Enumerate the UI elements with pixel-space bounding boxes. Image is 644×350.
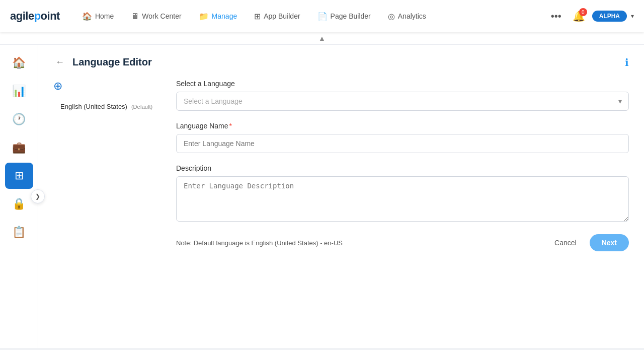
nav-workcenter[interactable]: 🖥 Work Center — [124, 8, 188, 25]
sidebar-briefcase-icon: 💼 — [12, 141, 26, 154]
manage-icon: 📁 — [199, 12, 209, 21]
info-icon[interactable]: ℹ — [625, 56, 629, 68]
nav-analytics-label: Analytics — [398, 12, 426, 20]
sidebar-table-icon: 📋 — [12, 226, 26, 239]
nav-right-area: ••• 🔔 0 ALPHA ▾ — [547, 9, 634, 24]
page-header: ← Language Editor ℹ — [53, 55, 629, 69]
language-list: ⊕ English (United States) (Default) — [53, 80, 164, 251]
user-avatar: ALPHA — [592, 11, 627, 22]
next-button[interactable]: Next — [590, 234, 629, 251]
nav-menu: 🏠 Home 🖥 Work Center 📁 Manage ⊞ App Buil… — [75, 8, 547, 25]
sidebar-item-table[interactable]: 📋 — [5, 219, 33, 245]
collapse-bar: ▲ — [0, 32, 644, 45]
form-actions: Cancel Next — [547, 234, 629, 251]
sidebar-clock-icon: 🕐 — [12, 113, 26, 126]
select-language-wrapper: Select a Language ▾ — [176, 92, 629, 111]
language-name-group: Language Name* — [176, 122, 629, 153]
select-language-group: Select a Language Select a Language ▾ — [176, 80, 629, 111]
cancel-button[interactable]: Cancel — [547, 235, 584, 251]
sidebar-grid-icon: ⊞ — [15, 169, 24, 182]
required-star: * — [229, 122, 232, 130]
select-language-label: Select a Language — [176, 80, 629, 88]
add-language-button[interactable]: ⊕ — [53, 80, 62, 93]
notification-badge: 0 — [579, 8, 587, 16]
sidebar-lock-icon: 🔒 — [12, 197, 26, 211]
top-navigation: agilepoint 🏠 Home 🖥 Work Center 📁 Manage… — [0, 0, 644, 32]
page-container: ← Language Editor ℹ ⊕ English (United St… — [38, 45, 644, 348]
appbuilder-icon: ⊞ — [254, 12, 261, 21]
main-layout: 🏠 📊 🕐 💼 ⊞ 🔒 📋 ❯ ← — [0, 45, 644, 348]
back-button[interactable]: ← — [53, 55, 66, 69]
nav-manage[interactable]: 📁 Manage — [192, 8, 245, 25]
nav-more-button[interactable]: ••• — [547, 9, 566, 24]
description-group: Description — [176, 164, 629, 223]
description-textarea[interactable] — [176, 176, 629, 222]
workcenter-icon: 🖥 — [131, 12, 139, 21]
language-name-label: Language Name* — [176, 122, 629, 130]
language-name: English (United States) — [60, 103, 127, 110]
sidebar-home-icon: 🏠 — [12, 56, 26, 69]
content-area: ← Language Editor ℹ ⊕ English (United St… — [38, 45, 644, 348]
user-menu[interactable]: ALPHA ▾ — [592, 11, 634, 22]
nav-pagebuilder[interactable]: 📄 Page Builder — [310, 8, 378, 25]
nav-appbuilder-label: App Builder — [264, 12, 300, 20]
language-panel: ⊕ English (United States) (Default) Sele… — [53, 80, 629, 251]
nav-analytics[interactable]: ◎ Analytics — [381, 8, 433, 25]
language-default-badge: (Default) — [131, 104, 152, 110]
description-label: Description — [176, 164, 629, 172]
form-note: Note: Default language is English (Unite… — [176, 239, 343, 247]
form-area: Select a Language Select a Language ▾ La… — [176, 80, 629, 251]
brand-name: agilepoint — [10, 10, 60, 23]
analytics-icon: ◎ — [388, 12, 395, 21]
sidebar-item-home[interactable]: 🏠 — [5, 50, 33, 76]
collapse-button[interactable]: ▲ — [318, 34, 326, 42]
expand-chevron-icon: ❯ — [35, 193, 40, 200]
sidebar-item-lock[interactable]: 🔒 — [5, 191, 33, 217]
nav-home[interactable]: 🏠 Home — [75, 8, 121, 25]
logo: agilepoint — [10, 10, 60, 23]
sidebar-item-briefcase[interactable]: 💼 — [5, 134, 33, 161]
sidebar-expand-button[interactable]: ❯ — [31, 189, 45, 203]
language-name-input[interactable] — [176, 134, 629, 153]
nav-manage-label: Manage — [212, 12, 237, 20]
sidebar: 🏠 📊 🕐 💼 ⊞ 🔒 📋 ❯ — [0, 45, 38, 348]
notification-button[interactable]: 🔔 0 — [573, 10, 585, 22]
sidebar-item-grid[interactable]: ⊞ — [5, 163, 33, 189]
sidebar-item-chart[interactable]: 📊 — [5, 78, 33, 104]
page-header-left: ← Language Editor — [53, 55, 152, 69]
user-chevron-icon: ▾ — [631, 13, 634, 20]
home-icon: 🏠 — [82, 12, 92, 21]
form-footer: Note: Default language is English (Unite… — [176, 234, 629, 251]
nav-pagebuilder-label: Page Builder — [331, 12, 371, 20]
sidebar-chart-icon: 📊 — [12, 85, 26, 98]
nav-workcenter-label: Work Center — [142, 12, 181, 20]
nav-appbuilder[interactable]: ⊞ App Builder — [247, 8, 307, 25]
page-title: Language Editor — [72, 56, 152, 68]
pagebuilder-icon: 📄 — [317, 12, 328, 21]
select-language-dropdown[interactable]: Select a Language — [176, 92, 629, 111]
nav-home-label: Home — [95, 12, 114, 20]
sidebar-item-clock[interactable]: 🕐 — [5, 106, 33, 132]
language-list-item[interactable]: English (United States) (Default) — [53, 98, 164, 115]
